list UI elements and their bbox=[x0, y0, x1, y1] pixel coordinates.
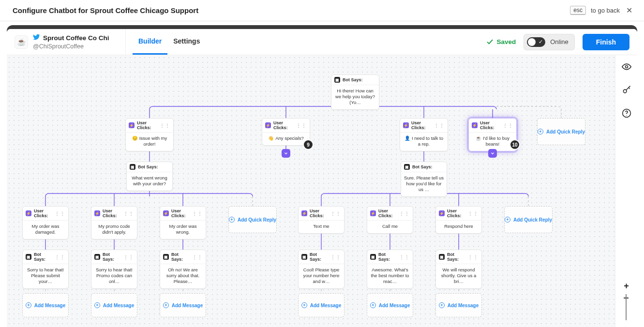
grip-icon[interactable]: ⋮⋮ bbox=[468, 211, 479, 216]
node-text: Text me bbox=[299, 221, 344, 233]
node-label: Bot Says: bbox=[34, 252, 52, 262]
grip-icon[interactable]: ⋮⋮ bbox=[55, 211, 65, 216]
user-node-promo[interactable]: ⚡User Clicks:⋮⋮ My promo code didn't app… bbox=[91, 206, 137, 239]
key-icon[interactable] bbox=[622, 85, 631, 95]
grip-icon[interactable]: ⋮⋮ bbox=[123, 254, 134, 260]
tab-settings[interactable]: Settings bbox=[167, 29, 206, 55]
grip-icon[interactable]: ⋮⋮ bbox=[399, 211, 410, 216]
grip-icon[interactable]: ⋮⋮ bbox=[399, 254, 410, 260]
grip-icon[interactable]: ⋮⋮ bbox=[330, 211, 341, 216]
expand-chip-specials[interactable] bbox=[282, 149, 290, 158]
plus-circle-icon: + bbox=[301, 302, 307, 308]
grip-icon[interactable]: ⋮⋮ bbox=[434, 123, 445, 128]
go-back-label: to go back bbox=[591, 7, 620, 14]
node-text: Oh no! We are sorry about that. Please… bbox=[160, 264, 206, 288]
bolt-icon: ⚡ bbox=[403, 122, 409, 128]
user-node-issue[interactable]: ⚡User Clicks:⋮⋮ 😔Issue with my order! bbox=[125, 118, 174, 151]
toggle-switch[interactable]: ✓ bbox=[527, 37, 545, 47]
grip-icon[interactable]: ⋮⋮ bbox=[123, 211, 134, 216]
add-message-2-0[interactable]: +Add Message bbox=[298, 293, 344, 317]
user-node-callme[interactable]: ⚡User Clicks:⋮⋮ Call me bbox=[367, 206, 413, 234]
finish-button[interactable]: Finish bbox=[583, 34, 629, 50]
profile-block: ☕ Sprout Coffee Co Chi @ChiSproutCoffee bbox=[7, 29, 126, 55]
user-node-specials[interactable]: ⚡User Clicks:⋮⋮ 👋Any specials? bbox=[262, 118, 310, 146]
zoom-knob[interactable] bbox=[624, 297, 629, 299]
zoom-control[interactable]: + bbox=[624, 281, 629, 320]
bot-node-issue[interactable]: ▣Bot Says: What went wrong with your ord… bbox=[126, 162, 173, 191]
expand-chip-beans[interactable] bbox=[488, 149, 497, 158]
add-message-0-2[interactable]: +Add Message bbox=[160, 293, 206, 317]
node-text: ☕I'd like to buy beans! bbox=[469, 133, 516, 151]
user-node-rep[interactable]: ⚡User Clicks:⋮⋮ 👤I need to talk to a rep… bbox=[400, 118, 448, 151]
node-text: My promo code didn't apply. bbox=[91, 221, 137, 239]
svg-point-0 bbox=[625, 66, 628, 68]
canvas[interactable]: ▣Bot Says: Hi there! How can we help you… bbox=[7, 55, 615, 327]
zoom-track[interactable] bbox=[626, 294, 627, 320]
online-toggle[interactable]: ✓ Online bbox=[524, 34, 575, 50]
bot-icon: ▣ bbox=[370, 254, 376, 260]
bot-node-wrong[interactable]: ▣Bot Says:⋮⋮ Oh no! We are sorry about t… bbox=[160, 250, 206, 289]
grip-icon[interactable]: ⋮⋮ bbox=[296, 123, 307, 128]
bot-node-root[interactable]: ▣Bot Says: Hi there! How can we help you… bbox=[331, 74, 379, 110]
node-label: User Clicks: bbox=[310, 208, 328, 218]
add-quick-reply-root[interactable]: + Add Quick Reply bbox=[537, 118, 585, 145]
node-text: Sure. Please tell us how you'd like for … bbox=[401, 172, 447, 196]
modal-header-right: esc to go back ✕ bbox=[570, 6, 633, 15]
tab-builder[interactable]: Builder bbox=[133, 29, 167, 55]
node-text: Sorry to hear that! Promo codes can onl… bbox=[91, 264, 137, 288]
add-quick-reply-branch2[interactable]: +Add Quick Reply bbox=[504, 206, 553, 233]
bot-node-damaged[interactable]: ▣Bot Says:⋮⋮ Sorry to hear that! Please … bbox=[22, 250, 69, 289]
node-text: Sorry to hear that! Please submit your… bbox=[23, 264, 68, 288]
add-message-label: Add Message bbox=[103, 303, 134, 308]
node-label: User Clicks: bbox=[480, 120, 500, 130]
right-side-rail: + bbox=[615, 55, 637, 327]
bot-node-textme[interactable]: ▣Bot Says:⋮⋮ Cool! Please type your numb… bbox=[298, 250, 344, 289]
node-label: Bot Says: bbox=[447, 252, 465, 262]
count-badge-specials: 9 bbox=[304, 140, 313, 149]
grip-icon[interactable]: ⋮⋮ bbox=[192, 211, 203, 216]
eye-icon[interactable] bbox=[622, 62, 631, 72]
add-quick-reply-branch0[interactable]: +Add Quick Reply bbox=[228, 206, 277, 233]
node-text: Awesome. What's the best number to reac… bbox=[367, 264, 413, 288]
bot-node-callme[interactable]: ▣Bot Says:⋮⋮ Awesome. What's the best nu… bbox=[367, 250, 413, 289]
grip-icon[interactable]: ⋮⋮ bbox=[330, 254, 341, 260]
add-message-0-0[interactable]: +Add Message bbox=[22, 293, 69, 317]
grip-icon[interactable]: ⋮⋮ bbox=[468, 254, 479, 260]
user-node-wrong[interactable]: ⚡User Clicks:⋮⋮ My order was wrong. bbox=[160, 206, 206, 239]
grip-icon[interactable]: ⋮⋮ bbox=[503, 123, 513, 128]
add-quick-reply-label: Add Quick Reply bbox=[513, 217, 552, 223]
bolt-icon: ⚡ bbox=[163, 210, 169, 216]
add-message-label: Add Message bbox=[448, 303, 479, 308]
node-label: Bot Says: bbox=[171, 252, 190, 262]
plus-circle-icon: + bbox=[229, 217, 235, 223]
user-node-respond[interactable]: ⚡User Clicks:⋮⋮ Respond here bbox=[435, 206, 482, 234]
node-label: Bot Says: bbox=[138, 164, 169, 169]
user-node-damaged[interactable]: ⚡User Clicks:⋮⋮ My order was damaged. bbox=[22, 206, 69, 239]
add-message-0-1[interactable]: +Add Message bbox=[91, 293, 137, 317]
bolt-icon: ⚡ bbox=[129, 122, 135, 128]
node-text: Respond here bbox=[436, 221, 481, 233]
plus-circle-icon: + bbox=[505, 217, 510, 223]
bot-node-promo[interactable]: ▣Bot Says:⋮⋮ Sorry to hear that! Promo c… bbox=[91, 250, 137, 289]
add-message-2-2[interactable]: +Add Message bbox=[435, 293, 482, 317]
add-quick-reply-label: Add Quick Reply bbox=[238, 217, 276, 223]
grip-icon[interactable]: ⋮⋮ bbox=[192, 254, 203, 260]
grip-icon[interactable]: ⋮⋮ bbox=[55, 254, 65, 260]
bolt-icon: ⚡ bbox=[370, 210, 376, 216]
plus-circle-icon: + bbox=[538, 129, 543, 134]
node-label: User Clicks: bbox=[137, 120, 157, 130]
user-node-beans[interactable]: ⚡User Clicks:⋮⋮ ☕I'd like to buy beans! bbox=[468, 118, 517, 151]
grip-icon[interactable]: ⋮⋮ bbox=[160, 123, 170, 128]
bolt-icon: ⚡ bbox=[94, 210, 100, 216]
bot-node-rep[interactable]: ▣Bot Says: Sure. Please tell us how you'… bbox=[401, 162, 447, 197]
node-label: User Clicks: bbox=[378, 208, 397, 218]
help-icon[interactable] bbox=[622, 108, 631, 118]
node-text: My order was wrong. bbox=[160, 221, 206, 239]
close-icon[interactable]: ✕ bbox=[625, 6, 633, 15]
add-message-2-1[interactable]: +Add Message bbox=[367, 293, 413, 317]
user-node-textme[interactable]: ⚡User Clicks:⋮⋮ Text me bbox=[298, 206, 344, 234]
bot-node-respond[interactable]: ▣Bot Says:⋮⋮ We will respond shortly. Gi… bbox=[435, 250, 482, 289]
checkmark-icon: ✓ bbox=[539, 39, 543, 45]
plus-icon[interactable]: + bbox=[624, 281, 629, 291]
app-header: ☕ Sprout Coffee Co Chi @ChiSproutCoffee … bbox=[7, 29, 637, 55]
